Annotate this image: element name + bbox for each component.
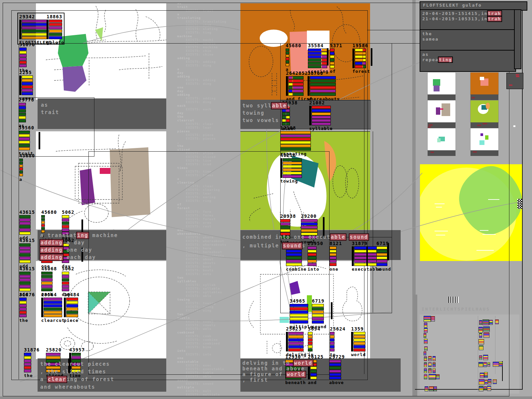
thumbnail-2[interactable] bbox=[470, 72, 498, 94]
word-block-gulafo[interactable]: 18863gulafo bbox=[47, 15, 64, 45]
block-bar bbox=[62, 228, 69, 231]
word-block-forest[interactable]: 19586forest bbox=[352, 44, 370, 74]
word-block-whereabouts[interactable]: 38760whereabouts bbox=[308, 71, 340, 101]
word-block-add[interactable]: 43615add bbox=[19, 238, 35, 269]
word-block-a[interactable]: 45680a bbox=[286, 44, 301, 72]
highlighted-token[interactable]: trah bbox=[488, 11, 501, 16]
block-bars bbox=[330, 332, 334, 351]
block-bar bbox=[353, 335, 365, 338]
highlighted-token[interactable]: world bbox=[286, 371, 305, 377]
highlighted-token[interactable]: world bbox=[294, 360, 313, 366]
marker-bar bbox=[331, 302, 332, 319]
word-block-scoring[interactable]: 35584scoring bbox=[308, 44, 329, 74]
word-block-sound[interactable]: 6719sound bbox=[312, 299, 327, 329]
highlighted-token[interactable]: sound bbox=[349, 234, 368, 240]
console-line: each bbox=[177, 104, 226, 108]
marker-bar bbox=[327, 48, 329, 66]
block-bar bbox=[19, 131, 30, 134]
minimap-block bbox=[424, 363, 427, 367]
block-bar bbox=[41, 218, 45, 221]
block-label: syllable bbox=[309, 126, 333, 131]
word-block-the[interactable]: 31876the bbox=[19, 43, 35, 73]
block-bar bbox=[19, 64, 27, 67]
minimap-block bbox=[493, 380, 496, 384]
block-number: 2255 bbox=[19, 70, 34, 75]
block-bar bbox=[19, 285, 31, 288]
highlighted-token[interactable]: trah bbox=[488, 16, 501, 21]
block-bar bbox=[286, 253, 302, 256]
overlay-text: s bbox=[287, 103, 291, 109]
caption-mark bbox=[431, 152, 434, 153]
block-bar bbox=[24, 353, 31, 356]
highlighted-token[interactable]: sound bbox=[283, 243, 302, 249]
console-line: EXISTS: whereabouts bbox=[177, 243, 226, 247]
word-block-a[interactable]: 45680a bbox=[19, 154, 35, 182]
block-label: the bbox=[19, 318, 35, 323]
word-block-samea[interactable]: 2255samea bbox=[19, 70, 34, 101]
word-block-world[interactable]: 1359world bbox=[351, 327, 366, 357]
block-bar bbox=[312, 112, 331, 115]
console-line: one bbox=[177, 86, 226, 89]
thumbnail-5[interactable] bbox=[428, 128, 456, 150]
thumbnail-6[interactable] bbox=[470, 128, 498, 150]
minimap-block bbox=[487, 386, 491, 391]
word-block-syllable[interactable]: 21082syllable bbox=[309, 101, 333, 131]
console-line: EXISTS: slice bbox=[177, 152, 226, 155]
block-bar bbox=[22, 82, 33, 85]
thumbnail-caption bbox=[428, 150, 456, 156]
block-bar bbox=[312, 307, 324, 310]
thumbnail-1[interactable] bbox=[428, 72, 456, 94]
caption-mark bbox=[428, 126, 431, 128]
console-line: EXISTS: hereabout bbox=[177, 250, 226, 254]
minimap-block bbox=[429, 374, 436, 379]
block-label: forest bbox=[352, 69, 370, 74]
block-bar bbox=[19, 250, 31, 253]
block-bar bbox=[286, 61, 289, 63]
block-bar bbox=[286, 52, 289, 54]
block-bar bbox=[49, 20, 62, 23]
block-number: 29564 bbox=[41, 293, 65, 297]
word-block-repeating[interactable]: 12108repeating bbox=[280, 126, 311, 156]
highlighted-token[interactable]: able bbox=[272, 103, 287, 109]
highlighted-token[interactable]: adding bbox=[40, 240, 63, 246]
word-block-clearcut[interactable]: 29564clearcut bbox=[41, 293, 65, 323]
word-block-add[interactable]: 43615add bbox=[19, 210, 35, 240]
word-block-towing[interactable]: 40216towing bbox=[280, 153, 302, 184]
word-block-the[interactable]: 31876the bbox=[19, 293, 35, 323]
thumbnail-3[interactable] bbox=[428, 100, 456, 122]
block-bar bbox=[330, 250, 336, 253]
sidebar-dates-panel: 20-04-2019-151415,intrah21-04-2019-10531… bbox=[420, 9, 516, 31]
minimap-block bbox=[483, 327, 489, 332]
highlighted-token[interactable]: adding bbox=[40, 247, 63, 253]
word-block-of[interactable]: 5371of bbox=[330, 44, 342, 74]
word-block-piece[interactable]: 16484piece bbox=[64, 293, 79, 323]
word-block-to[interactable]: 25624to bbox=[330, 327, 345, 357]
block-bars bbox=[19, 103, 26, 122]
highlighted-token[interactable]: ting bbox=[439, 57, 452, 62]
highlighted-token[interactable]: adding bbox=[40, 254, 63, 260]
console-line: EXISTS: wels bbox=[177, 327, 226, 331]
word-block-above[interactable]: 29729above bbox=[329, 355, 345, 385]
block-bars bbox=[64, 298, 78, 317]
highlighted-token[interactable]: clear bbox=[48, 376, 66, 382]
block-bar bbox=[288, 79, 304, 82]
block-bar bbox=[19, 134, 30, 137]
block-bar bbox=[41, 227, 45, 230]
machine-shape-crimson bbox=[100, 168, 110, 174]
block-bar bbox=[22, 92, 33, 95]
console-line: into bbox=[177, 349, 226, 353]
word-block-delving[interactable]: 25623delving bbox=[286, 327, 307, 357]
yellow-preview-panel[interactable] bbox=[420, 164, 522, 261]
block-bar bbox=[62, 282, 69, 285]
word-block-trait[interactable]: 39560trait bbox=[19, 126, 34, 156]
highlighted-token[interactable]: ing bbox=[77, 232, 88, 238]
word-block-multiple[interactable]: 34965multiple bbox=[290, 299, 313, 329]
word-block-in[interactable]: 5694in bbox=[308, 327, 321, 357]
console-line: EXISTS: adding bbox=[177, 78, 226, 82]
thumbnail-4[interactable] bbox=[470, 100, 498, 122]
highlighted-token[interactable]: able bbox=[331, 234, 346, 240]
word-block-the[interactable]: 31876the bbox=[24, 348, 40, 378]
console-line: of bbox=[177, 203, 226, 206]
console-line: EXISTS: earing bbox=[177, 196, 226, 199]
word-block-as[interactable]: 29778as bbox=[19, 98, 34, 128]
